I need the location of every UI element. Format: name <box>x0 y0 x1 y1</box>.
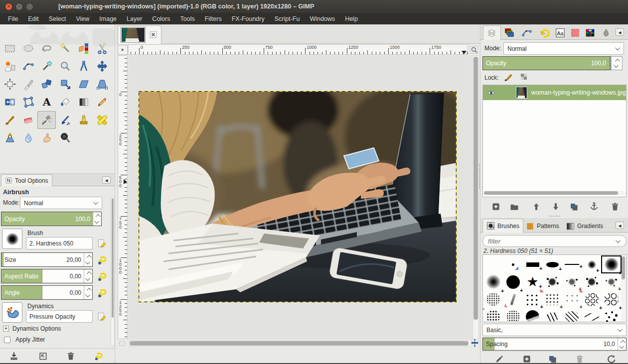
tool-options-save-button[interactable] <box>4 350 24 363</box>
brush-edit-button[interactable] <box>489 353 509 364</box>
brush-new-button[interactable] <box>517 353 537 364</box>
brush-cell[interactable] <box>602 291 621 308</box>
brush-cell[interactable] <box>503 273 523 290</box>
tool-gradient[interactable] <box>74 93 93 111</box>
brush-cell[interactable] <box>582 273 602 290</box>
tool-free-select[interactable] <box>37 39 56 57</box>
angle-slider[interactable]: Angle 0,00 <box>1 285 93 300</box>
tool-ink[interactable] <box>56 111 74 129</box>
quick-mask-button[interactable] <box>118 341 127 347</box>
menu-image[interactable]: Image <box>94 14 122 24</box>
navigation-button[interactable] <box>470 338 479 348</box>
tool-smudge[interactable] <box>37 129 56 147</box>
tool-options-reset-button[interactable] <box>89 350 109 363</box>
brush-cell[interactable] <box>503 308 523 322</box>
brush-cell-selected[interactable] <box>602 256 621 273</box>
tab-brushes[interactable]: Brushes <box>482 219 523 233</box>
tool-zoom[interactable] <box>56 57 74 75</box>
aspect-ratio-spinner[interactable] <box>84 269 92 283</box>
brush-cell[interactable] <box>503 291 523 308</box>
tool-heal[interactable] <box>93 111 111 129</box>
layer-anchor-button[interactable] <box>584 200 604 213</box>
close-image-icon[interactable] <box>149 30 157 39</box>
tool-alignment[interactable] <box>0 75 19 93</box>
panel-collapse-button[interactable]: ◂ <box>102 176 111 184</box>
size-slider[interactable]: Size 20,00 <box>1 252 93 267</box>
tool-airbrush[interactable] <box>37 111 56 129</box>
tool-bucket-fill[interactable] <box>56 93 74 111</box>
tab-tool-options[interactable]: Tool Options <box>1 174 52 186</box>
brush-cell[interactable] <box>503 256 523 273</box>
lock-alpha-icon[interactable] <box>519 72 528 81</box>
brushes-collapse-button[interactable]: ◂ <box>616 222 624 229</box>
brush-preview[interactable] <box>2 229 22 249</box>
layer-mode-select[interactable]: Normal <box>503 42 624 55</box>
layer-new-group-button[interactable] <box>504 200 524 213</box>
tool-paintbrush[interactable] <box>0 111 19 129</box>
paint-mode-select[interactable]: Normal <box>20 197 102 209</box>
spacing-spinner[interactable] <box>618 338 626 350</box>
menu-layer[interactable]: Layer <box>122 14 147 24</box>
menu-edit[interactable]: Edit <box>23 14 44 24</box>
brush-cell[interactable] <box>562 291 582 308</box>
tool-pencil[interactable] <box>93 93 111 111</box>
tool-cage-transform[interactable] <box>19 93 37 111</box>
brush-cell[interactable] <box>483 273 503 290</box>
menu-select[interactable]: Select <box>44 14 71 24</box>
menu-file[interactable]: File <box>3 14 23 24</box>
tool-measure[interactable] <box>74 57 93 75</box>
dock-tab-palette[interactable] <box>581 25 599 40</box>
tool-eraser[interactable] <box>19 111 37 129</box>
tool-blur-sharpen[interactable] <box>19 129 37 147</box>
tool-select-by-color[interactable] <box>74 39 93 57</box>
dynamics-input[interactable] <box>26 310 93 323</box>
brush-cell[interactable]: ★ <box>523 273 542 290</box>
brush-cell[interactable] <box>483 291 503 308</box>
layer-new-layer-button[interactable] <box>486 200 506 213</box>
edit-dynamics-button[interactable] <box>96 311 108 323</box>
brush-cell[interactable] <box>543 291 562 308</box>
edit-brush-button[interactable] <box>96 238 108 249</box>
tool-foreground-select[interactable] <box>0 57 19 75</box>
brush-cell[interactable] <box>562 308 582 322</box>
tool-dodge-burn[interactable] <box>56 129 74 147</box>
image-tab[interactable] <box>118 25 161 44</box>
size-spinner[interactable] <box>84 253 92 266</box>
brush-cell[interactable] <box>582 256 602 273</box>
maximize-button[interactable]: ▢ <box>26 3 33 10</box>
reset-size-button[interactable] <box>96 253 109 266</box>
tool-paths[interactable] <box>19 57 37 75</box>
tool-options-scrollbar[interactable] <box>111 197 115 346</box>
close-button[interactable]: ✕ <box>5 3 12 10</box>
zoom-follow-window-button[interactable] <box>469 45 479 55</box>
tool-move[interactable] <box>93 57 111 75</box>
tab-gradients[interactable]: Gradients <box>563 220 607 233</box>
dock-tab-paths[interactable] <box>518 25 536 40</box>
dynamics-preview[interactable] <box>2 302 22 323</box>
canvas-viewport[interactable] <box>128 55 472 339</box>
menu-windows[interactable]: Windows <box>305 14 340 24</box>
tool-shear[interactable] <box>74 75 93 93</box>
tool-fuzzy-select[interactable] <box>56 39 74 57</box>
menu-tools[interactable]: Tools <box>175 14 199 24</box>
brush-cell[interactable] <box>602 273 621 290</box>
tool-scale[interactable] <box>56 75 74 93</box>
dynamics-options-expander[interactable]: + Dynamics Options <box>3 325 61 332</box>
reset-aspect-button[interactable] <box>96 270 109 283</box>
layer-raise-button[interactable] <box>526 200 546 213</box>
dock-tab-channels[interactable] <box>500 25 518 40</box>
dock-collapse-button[interactable]: ◂ <box>616 28 624 36</box>
brush-cell[interactable] <box>523 291 542 308</box>
menu-filters[interactable]: Filters <box>200 14 227 24</box>
tool-clone[interactable] <box>74 111 93 129</box>
brush-cell[interactable] <box>543 308 562 322</box>
layer-duplicate-button[interactable] <box>564 200 584 213</box>
canvas-image[interactable] <box>139 91 457 302</box>
opacity-slider[interactable]: Opacity 100,0 <box>1 212 102 226</box>
tool-color-picker[interactable] <box>37 57 56 75</box>
horizontal-ruler[interactable]: 02505007501000125015001750 <box>128 44 468 55</box>
menu-fx-foundry[interactable]: FX-Foundry <box>227 14 270 24</box>
brush-cell[interactable] <box>582 308 602 322</box>
layer-opacity-spinner[interactable] <box>611 56 623 70</box>
layer-lower-button[interactable] <box>546 200 566 213</box>
